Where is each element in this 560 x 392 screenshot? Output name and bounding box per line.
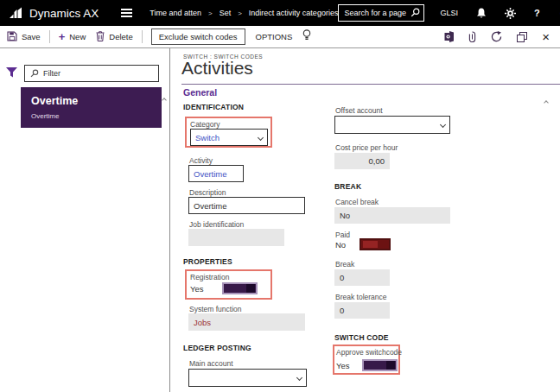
toolbar-divider [49,30,50,43]
category-label: Category [190,120,220,129]
cost-price-label: Cost price per hour [335,143,398,152]
section-general-header[interactable]: General [183,87,217,98]
category-value: Switch [195,133,220,142]
app-title[interactable]: Dynamics AX [29,7,99,20]
breadcrumb-area[interactable]: Set [220,9,232,17]
section-divider [181,84,560,85]
record-list-pane: Overtime Overtime [0,48,170,392]
collapse-section-icon[interactable] [544,92,548,108]
action-bar: Save + New Delete Exclude switch codes O… [0,26,560,48]
chevron-down-icon [440,122,446,128]
options-label: OPTIONS [256,32,293,41]
filter-search-icon [30,66,39,81]
paid-toggle[interactable] [360,238,391,250]
close-icon[interactable]: × [542,32,550,42]
offset-account-label: Offset account [335,106,383,115]
filter-input[interactable] [43,69,155,78]
break-tolerance-label: Break tolerance [335,293,387,301]
main-account-select[interactable] [188,369,307,387]
activity-value: Overtime [194,169,227,179]
search-icon[interactable] [410,5,420,21]
breadcrumb-module[interactable]: Time and atten [150,9,201,17]
approve-switchcode-label: Approve switchcode [336,348,402,357]
scroll-up-icon[interactable] [162,90,166,105]
breadcrumb-page[interactable]: Indirect activity categories [249,9,339,17]
activity-input[interactable]: Overtime [188,165,244,182]
group-ledger-posting: LEDGER POSTING [183,344,251,352]
record-list: Overtime Overtime [21,87,169,128]
delete-label: Delete [109,32,132,41]
registration-toggle[interactable] [222,282,258,294]
company-selector[interactable]: GLSI [440,9,458,17]
breadcrumb-separator: > [238,9,242,17]
save-label: Save [22,32,41,41]
window-controls: × [444,31,550,42]
notifications-bell-icon[interactable] [476,8,487,19]
group-properties: PROPERTIES [183,257,232,266]
description-input[interactable]: Overtime [188,197,305,214]
paid-label: Paid [335,231,350,239]
filter-row [6,65,159,82]
approve-switchcode-value: Yes [336,361,350,370]
app-window: Dynamics AX Time and atten > Set > Indir… [0,0,560,392]
offset-account-select[interactable] [334,116,450,134]
approve-switchcode-toggle[interactable] [362,359,398,371]
chevron-down-icon [296,375,302,381]
cost-price-value: 0,00 [369,156,385,166]
main-account-label: Main account [189,359,233,368]
registration-value: Yes [190,284,204,294]
page-search-box[interactable] [338,4,424,22]
break-tolerance-value: 0 [340,306,344,315]
open-in-office-icon[interactable] [444,31,454,42]
exclude-switch-codes-label: Exclude switch codes [159,32,238,41]
cancel-break-label: Cancel break [335,198,379,206]
break-tolerance-field: 0 [334,302,390,319]
list-item-overtime[interactable]: Overtime Overtime [21,87,162,128]
save-button[interactable]: Save [7,31,41,43]
filter-funnel-icon[interactable] [6,66,17,81]
new-button[interactable]: + New [59,32,86,41]
description-label: Description [189,188,226,197]
page-title: Activities [181,58,253,79]
system-function-value: Jobs [194,318,211,327]
list-item-title: Overtime [31,95,151,107]
trash-icon [96,31,105,43]
filter-field[interactable] [24,65,159,82]
chevron-down-icon [258,134,264,140]
system-function-field: Jobs [188,313,305,331]
page-body: Overtime Overtime SWITCH : SWITCH CODES … [0,48,560,392]
settings-gear-icon[interactable] [505,8,516,19]
system-function-label: System function [189,305,241,313]
group-identification: IDENTIFICATION [183,103,244,111]
group-break: BREAK [334,182,361,191]
delete-button[interactable]: Delete [96,31,132,43]
help-icon[interactable]: ? [534,8,540,18]
new-label: New [69,32,86,41]
page-search-input[interactable] [344,9,410,17]
cancel-break-value: No [340,211,350,220]
save-icon [7,31,17,43]
paid-value: No [335,240,346,250]
description-value: Overtime [194,201,227,211]
break-field: 0 [334,269,390,286]
exclude-switch-codes-button[interactable]: Exclude switch codes [151,28,245,45]
dynamics-ax-logo-icon[interactable] [9,7,23,19]
activity-label: Activity [189,156,213,165]
refresh-icon[interactable] [491,31,502,42]
job-identification-field [188,229,284,246]
cancel-break-field: No [334,207,450,224]
group-switch-code: SWITCH CODE [334,333,389,342]
details-form: SWITCH : SWITCH CODES Activities General… [170,48,560,392]
lightbulb-icon[interactable] [302,29,311,45]
registration-label: Registration [190,273,229,281]
breadcrumb-separator: > [208,9,213,17]
hamburger-menu-icon[interactable] [121,9,132,17]
options-button[interactable]: OPTIONS [256,32,293,41]
plus-icon: + [59,33,66,41]
cost-price-field: 0,00 [334,153,390,169]
attach-paperclip-icon[interactable] [468,31,476,42]
break-value: 0 [340,273,344,282]
job-identification-label: Job identification [189,220,244,229]
popout-window-icon[interactable] [517,32,527,42]
category-select[interactable]: Switch [190,129,268,146]
